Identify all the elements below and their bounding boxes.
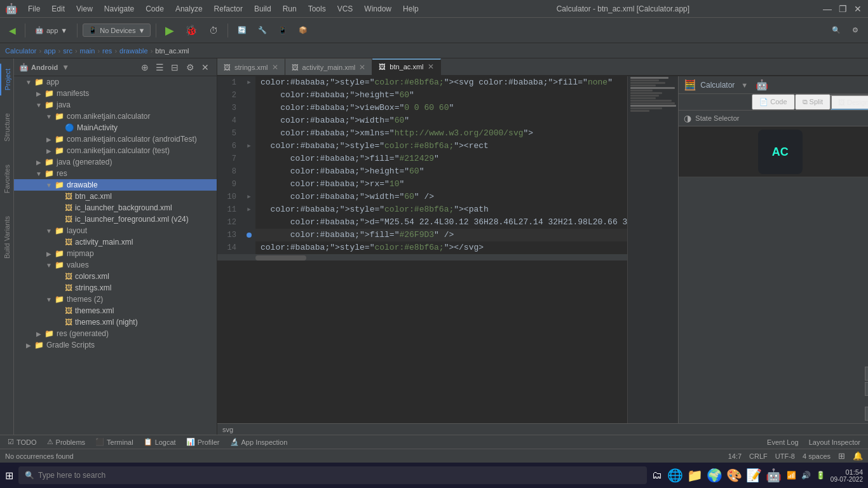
settings-button[interactable]: ⚙ (848, 22, 863, 39)
code-editor[interactable]: 1▶color:#bababa;">style="color:#e8bf6a;"… (217, 76, 627, 423)
app-inspection-tab[interactable]: 🔬 App Inspection (227, 438, 290, 446)
menu-analyze[interactable]: Analyze (170, 3, 208, 15)
line-content-2[interactable]: color:#bababa;">height="60" (255, 89, 627, 102)
menu-vcs[interactable]: VCS (332, 3, 358, 15)
avd-manager-button[interactable]: 📱 (274, 22, 292, 39)
debug-button[interactable]: 🐞 (180, 22, 202, 39)
line-content-14[interactable]: color:#bababa;">style="color:#e8bf6a;"><… (255, 241, 627, 254)
close-button[interactable]: ✕ (853, 4, 863, 14)
tree-item-10[interactable]: 🖼btn_ac.xml (14, 191, 217, 202)
taskbar-figma-icon[interactable]: 🎨 (726, 468, 742, 483)
tree-item-2[interactable]: ▼📁java (14, 99, 217, 111)
taskview-button[interactable]: 🗂 (652, 470, 662, 481)
profiler-tab[interactable]: 📊 Profiler (184, 438, 222, 446)
minimize-button[interactable]: — (822, 4, 832, 14)
line-content-6[interactable]: color:#bababa;">style="color:#e8bf6a;"><… (255, 140, 627, 152)
breadcrumb-res[interactable]: res (102, 47, 112, 55)
tree-item-4[interactable]: 🔵MainActivity (14, 122, 217, 133)
tree-item-0[interactable]: ▼📁app (14, 76, 217, 88)
tree-item-23[interactable]: ▶📁Gradle Scripts (14, 339, 217, 351)
tree-item-8[interactable]: ▼📁res (14, 168, 217, 179)
tree-item-16[interactable]: ▼📁values (14, 259, 217, 271)
menu-edit[interactable]: Edit (46, 3, 70, 15)
tree-item-5[interactable]: ▶📁com.aniketjain.calculator (androidTest… (14, 133, 217, 145)
problems-tab[interactable]: ⚠ Problems (44, 438, 88, 446)
breadcrumb-drawable[interactable]: drawable (119, 47, 148, 55)
fold-icon-1[interactable]: ▶ (247, 76, 250, 89)
preview-dropdown-icon[interactable]: ▼ (741, 81, 748, 89)
run-config-dropdown[interactable]: 🤖 app ▼ (31, 22, 72, 39)
encoding-indicator[interactable]: UTF-8 (775, 452, 795, 460)
run-button[interactable]: ▶ (161, 22, 178, 39)
line-content-1[interactable]: color:#bababa;">style="color:#e8bf6a;"><… (255, 76, 627, 89)
line-content-5[interactable]: color:#bababa;">xmlns="http://www.w3.org… (255, 127, 627, 140)
sidebar-options-btn[interactable]: ☰ (153, 61, 166, 74)
zoom-out-button[interactable]: − (865, 382, 868, 396)
structure-tab[interactable]: Structure (1, 108, 13, 147)
back-button[interactable]: ◀ (5, 22, 20, 39)
preview-tab-split[interactable]: ⧉ Split (795, 94, 831, 110)
tab-close-btn-ac[interactable]: ✕ (428, 62, 434, 71)
column-selector-icon[interactable]: ⊞ (838, 451, 845, 461)
tree-item-13[interactable]: ▼📁layout (14, 225, 217, 236)
breadcrumb-app[interactable]: app (44, 47, 55, 55)
profile-button[interactable]: ⏱ (205, 22, 222, 39)
taskbar-chrome-icon[interactable]: 🌍 (707, 468, 722, 483)
menu-navigate[interactable]: Navigate (99, 3, 139, 15)
maximize-button[interactable]: ❐ (837, 4, 848, 14)
preview-tab-code[interactable]: 📄 Code (752, 94, 794, 110)
line-content-8[interactable]: color:#bababa;">height="60" (255, 165, 627, 178)
position-indicator[interactable]: 14:7 (728, 452, 742, 460)
layout-inspector-tab[interactable]: Layout Inspector (806, 438, 863, 446)
fold-icon-6[interactable]: ▶ (247, 140, 250, 152)
sidebar-settings-btn[interactable]: ⚙ (184, 61, 197, 74)
tree-item-7[interactable]: ▶📁java (generated) (14, 156, 217, 168)
zoom-in-button[interactable]: + (865, 367, 868, 381)
logcat-tab[interactable]: 📋 Logcat (141, 438, 179, 446)
line-content-13[interactable]: color:#bababa;">fill="#26F9D3" /> (255, 229, 627, 241)
tree-item-19[interactable]: ▼📁themes (2) (14, 294, 217, 305)
tree-item-20[interactable]: 🖼themes.xml (14, 305, 217, 316)
build-variants-tab[interactable]: Build Variants (1, 211, 13, 264)
line-content-4[interactable]: color:#bababa;">width="60" (255, 114, 627, 127)
tree-item-14[interactable]: 🖼activity_main.xml (14, 236, 217, 248)
indent-indicator[interactable]: 4 spaces (803, 452, 831, 460)
start-button[interactable]: ⊞ (5, 470, 13, 482)
breadcrumb-main[interactable]: main (80, 47, 95, 55)
menu-file[interactable]: File (23, 3, 45, 15)
line-content-10[interactable]: color:#bababa;">width="60" /> (255, 191, 627, 203)
tab-btn-ac-xml[interactable]: 🖼 btn_ac.xml ✕ (372, 58, 440, 75)
tree-item-9[interactable]: ▼📁drawable (14, 179, 217, 191)
terminal-tab[interactable]: ⬛ Terminal (93, 438, 136, 446)
breadcrumb-file[interactable]: btn_ac.xml (155, 47, 189, 55)
menu-refactor[interactable]: Refactor (209, 3, 248, 15)
line-content-7[interactable]: color:#bababa;">fill="#212429" (255, 152, 627, 165)
menu-tools[interactable]: Tools (303, 3, 331, 15)
gradle-sync-button[interactable]: 🔧 (254, 22, 271, 39)
scroll-thumb[interactable] (255, 255, 306, 261)
project-tab[interactable]: Project (0, 64, 14, 95)
tree-item-21[interactable]: 🖼themes.xml (night) (14, 316, 217, 328)
search-everywhere-button[interactable]: 🔍 (827, 22, 845, 39)
menu-view[interactable]: View (71, 3, 98, 15)
menu-code[interactable]: Code (140, 3, 169, 15)
todo-tab[interactable]: ☑ TODO (5, 438, 39, 446)
sdk-manager-button[interactable]: 📦 (294, 22, 312, 39)
tab-strings-xml[interactable]: 🖼 strings.xml ✕ (217, 58, 285, 75)
tab-close-activity[interactable]: ✕ (359, 63, 365, 72)
fit-button[interactable]: ⊞ (865, 407, 868, 421)
tree-item-3[interactable]: ▼📁com.aniketjain.calculator (14, 111, 217, 122)
horizontal-scrollbar[interactable] (217, 254, 627, 261)
breadcrumb-src[interactable]: src (63, 47, 72, 55)
preview-tab-design[interactable]: 🖼 Design (831, 95, 868, 110)
notifications-icon[interactable]: 🔔 (853, 451, 863, 461)
favorites-tab[interactable]: Favorites (1, 159, 13, 198)
tab-activity-main-xml[interactable]: 🖼 activity_main.xml ✕ (285, 58, 373, 75)
line-content-9[interactable]: color:#bababa;">rx="10" (255, 178, 627, 191)
tree-item-22[interactable]: ▶📁res (generated) (14, 328, 217, 339)
fold-icon-10[interactable]: ▶ (247, 191, 250, 203)
crlf-indicator[interactable]: CRLF (749, 452, 768, 460)
sidebar-collapse-btn[interactable]: ⊟ (168, 61, 181, 74)
line-content-3[interactable]: color:#bababa;">viewBox="0 0 60 60" (255, 102, 627, 114)
line-content-12[interactable]: color:#bababa;">d="M25.54 22.4L30.12 36H… (255, 216, 627, 229)
